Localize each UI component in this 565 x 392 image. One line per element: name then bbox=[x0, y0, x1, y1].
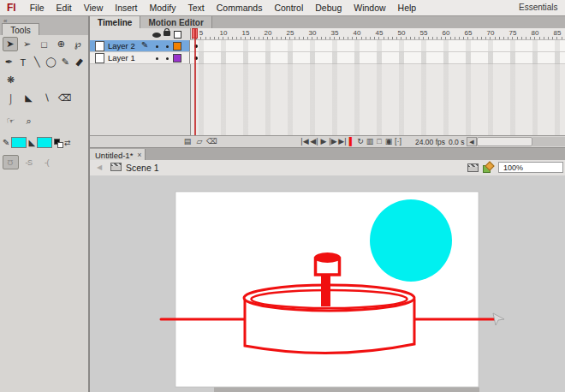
paint-bucket-tool[interactable]: ◣ bbox=[21, 91, 37, 105]
oval-tool[interactable]: ◯ bbox=[45, 55, 58, 69]
fill-color-swatch[interactable] bbox=[37, 137, 52, 148]
free-transform-tool[interactable]: □ bbox=[37, 37, 52, 51]
layer-name[interactable]: Layer 2 bbox=[108, 41, 135, 50]
modify-markers-button[interactable]: [·] bbox=[393, 137, 403, 146]
scene-name[interactable]: Scene 1 bbox=[126, 163, 159, 173]
menu-item[interactable]: Commands bbox=[211, 1, 269, 15]
ruler-number: 10 bbox=[212, 28, 235, 37]
outline-layers-icon[interactable] bbox=[174, 31, 181, 39]
playhead-line[interactable] bbox=[194, 28, 196, 135]
delete-layer-button[interactable]: ⌫ bbox=[206, 137, 217, 146]
timeline-scrollbar-thumb[interactable] bbox=[477, 137, 532, 146]
smooth-option[interactable]: -S bbox=[21, 155, 37, 169]
layer-visibility-dot[interactable] bbox=[156, 57, 158, 60]
layer-row-layer-2[interactable]: Layer 2 ✎ bbox=[90, 40, 565, 52]
line-tool[interactable]: ╲ bbox=[31, 55, 44, 69]
ruler-number: 85 bbox=[546, 28, 565, 37]
menu-item[interactable]: Window bbox=[348, 1, 391, 15]
menu-item[interactable]: Help bbox=[392, 1, 423, 15]
flash-app-logo: Fl bbox=[0, 2, 24, 14]
ruler-number: 75 bbox=[502, 28, 524, 37]
menu-item[interactable]: File bbox=[24, 1, 51, 15]
zoom-level-field[interactable]: 100% bbox=[498, 162, 563, 173]
timeline-panel: 510152025303540455055606570758085 Layer … bbox=[90, 28, 565, 135]
edit-scene-button[interactable] bbox=[467, 163, 479, 172]
tool-options-row: Ω-S-( bbox=[0, 153, 88, 171]
selection-tool[interactable]: ➤ bbox=[3, 37, 18, 51]
color-controls-row: ✎ ◣ ⇄ bbox=[0, 135, 88, 150]
layer-name[interactable]: Layer 1 bbox=[108, 53, 135, 62]
layer-frames[interactable] bbox=[190, 40, 565, 52]
layer-visibility-dot[interactable] bbox=[156, 45, 158, 48]
layer-outline-color-swatch[interactable] bbox=[173, 54, 181, 62]
ruler-number: 65 bbox=[457, 28, 479, 37]
layer-icon bbox=[95, 53, 104, 63]
timeline-scroll-left-arrow[interactable]: ◀ bbox=[467, 137, 477, 146]
edit-bar: ◀ Scene 1 100% bbox=[90, 160, 565, 176]
tab-motion-editor[interactable]: Motion Editor bbox=[140, 16, 211, 28]
default-colors-button[interactable] bbox=[54, 139, 62, 147]
layer-lock-dot[interactable] bbox=[166, 57, 169, 60]
ruler-number: 15 bbox=[235, 28, 257, 37]
workspace-switcher[interactable]: Essentials bbox=[519, 3, 558, 12]
stroke-color-swatch[interactable] bbox=[11, 137, 27, 148]
menu-item[interactable]: Debug bbox=[309, 1, 348, 15]
drawn-cap-lid[interactable] bbox=[314, 252, 341, 263]
document-tab[interactable]: Untitled-1* × bbox=[90, 149, 146, 161]
bone-tool[interactable]: ⌡ bbox=[3, 91, 19, 105]
stage-bottom-edge bbox=[214, 388, 479, 392]
zoom-tool[interactable]: ⌕ bbox=[21, 114, 37, 128]
stroke-color-pencil-icon: ✎ bbox=[3, 138, 9, 147]
new-layer-button[interactable]: ▤ bbox=[182, 137, 193, 146]
close-document-icon[interactable]: × bbox=[133, 151, 141, 159]
swap-colors-button[interactable]: ⇄ bbox=[64, 139, 71, 147]
lasso-tool[interactable]: ℘ bbox=[70, 37, 86, 51]
menu-item[interactable]: Modify bbox=[144, 1, 182, 15]
fill-color-bucket-icon: ◣ bbox=[28, 138, 35, 147]
frame-ruler[interactable]: 510152025303540455055606570758085 bbox=[190, 28, 565, 40]
menu-item[interactable]: Text bbox=[181, 1, 210, 15]
text-tool[interactable]: T bbox=[17, 55, 30, 69]
document-title: Untitled-1* bbox=[90, 151, 133, 160]
menu-item[interactable]: Control bbox=[268, 1, 309, 15]
eyedropper-tool[interactable]: ∖ bbox=[39, 91, 55, 105]
straighten-option[interactable]: -( bbox=[39, 155, 55, 169]
subselection-tool[interactable]: ➢ bbox=[20, 37, 35, 51]
3d-rotation-tool[interactable]: ⊕ bbox=[53, 37, 68, 51]
show-hide-layers-icon[interactable] bbox=[152, 33, 161, 38]
ruler-number: 70 bbox=[479, 28, 502, 37]
lock-layers-icon[interactable] bbox=[164, 31, 170, 36]
new-folder-button[interactable]: ▱ bbox=[194, 137, 205, 146]
drawn-cyan-circle[interactable] bbox=[370, 199, 452, 282]
pen-tool[interactable]: ✒ bbox=[3, 55, 15, 69]
edit-symbols-button[interactable] bbox=[483, 163, 493, 173]
tools-panel: « Tools ➤➢□⊕℘ ✒T╲◯✎▮ ❋ ⌡◣∖⌫ ☞⌕ ✎ ◣ ⇄ Ω-S… bbox=[0, 16, 88, 392]
stage-pasteboard[interactable] bbox=[90, 175, 565, 392]
menu-item[interactable]: Insert bbox=[109, 1, 143, 15]
tools-row-5: ☞⌕ bbox=[0, 112, 88, 130]
drawn-stem[interactable] bbox=[321, 271, 330, 306]
tools-panel-tab[interactable]: Tools bbox=[2, 23, 39, 36]
layer-outline-color-swatch[interactable] bbox=[173, 42, 181, 50]
tools-row-3: ❋ bbox=[0, 71, 88, 89]
deco-tool[interactable]: ❋ bbox=[3, 73, 19, 87]
editing-pencil-icon: ✎ bbox=[141, 40, 148, 50]
menu-bar: Fl FileEditViewInsertModifyTextCommandsC… bbox=[0, 0, 565, 16]
timeline-scrollbar-track[interactable] bbox=[532, 137, 565, 146]
menu-item[interactable]: View bbox=[78, 1, 110, 15]
tab-timeline[interactable]: Timeline bbox=[90, 16, 140, 28]
eraser-tool[interactable]: ⌫ bbox=[56, 91, 73, 105]
layer-lock-dot[interactable] bbox=[166, 45, 169, 48]
document-tab-bar: Untitled-1* × bbox=[90, 147, 565, 161]
snap-to-objects-toggle[interactable]: Ω bbox=[3, 155, 19, 169]
back-arrow-icon[interactable]: ◀ bbox=[97, 163, 102, 171]
stage-canvas[interactable] bbox=[90, 175, 565, 392]
hand-tool[interactable]: ☞ bbox=[3, 114, 19, 128]
brush-tool[interactable]: ▮ bbox=[74, 55, 86, 69]
empty-frames-area[interactable] bbox=[190, 52, 565, 135]
frame-rate-value[interactable]: 24.00 fps bbox=[415, 138, 445, 146]
ruler-number: 40 bbox=[346, 28, 368, 37]
menu-item[interactable]: Edit bbox=[51, 1, 78, 15]
pencil-tool[interactable]: ✎ bbox=[59, 55, 72, 69]
layer-icon bbox=[95, 41, 104, 51]
